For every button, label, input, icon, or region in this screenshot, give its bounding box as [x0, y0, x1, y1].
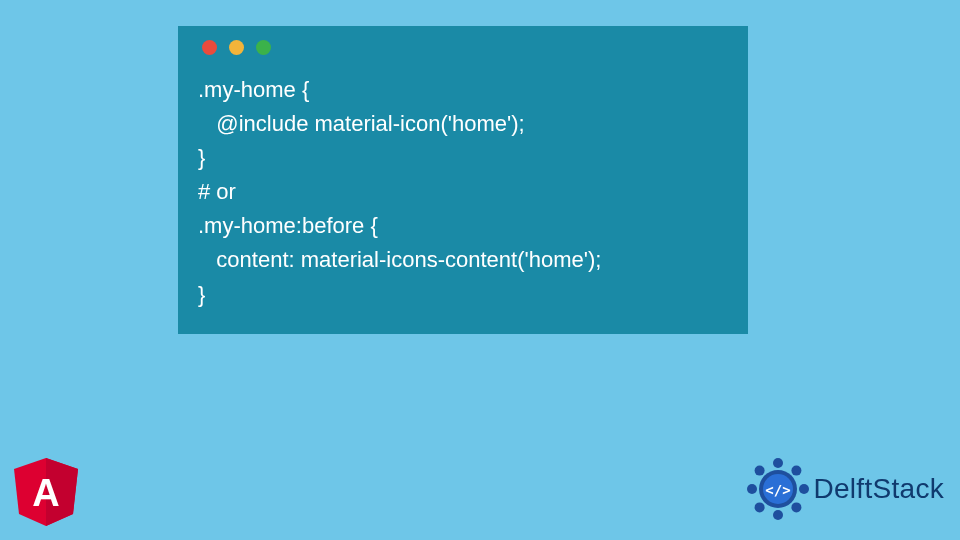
maximize-icon[interactable] [256, 40, 271, 55]
delftstack-brand: </> DelftStack [745, 456, 944, 522]
delftstack-badge-icon: </> [745, 456, 811, 522]
code-line: # or [198, 179, 236, 204]
svg-point-5 [799, 484, 809, 494]
code-line: } [198, 282, 205, 307]
delftstack-label: DelftStack [813, 473, 944, 505]
angular-logo-icon: A [14, 458, 78, 526]
svg-point-6 [792, 502, 802, 512]
window-titlebar [198, 40, 728, 55]
svg-point-7 [773, 510, 783, 520]
svg-text:</>: </> [766, 482, 791, 498]
code-window: .my-home { @include material-icon('home'… [178, 26, 748, 334]
svg-point-8 [755, 502, 765, 512]
svg-text:A: A [32, 472, 59, 514]
code-line: @include material-icon('home'); [198, 111, 525, 136]
svg-point-4 [792, 466, 802, 476]
code-block: .my-home { @include material-icon('home'… [198, 73, 728, 312]
code-line: content: material-icons-content('home'); [198, 247, 601, 272]
svg-point-10 [755, 466, 765, 476]
code-line: .my-home:before { [198, 213, 378, 238]
svg-point-9 [747, 484, 757, 494]
code-line: .my-home { [198, 77, 309, 102]
close-icon[interactable] [202, 40, 217, 55]
minimize-icon[interactable] [229, 40, 244, 55]
code-line: } [198, 145, 205, 170]
svg-point-3 [773, 458, 783, 468]
